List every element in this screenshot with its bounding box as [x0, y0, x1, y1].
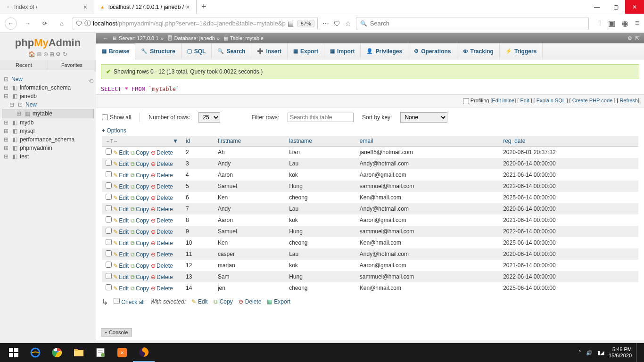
nav-back-button[interactable]: ←: [5, 17, 17, 30]
filter-input[interactable]: [288, 113, 354, 122]
top-tab-search[interactable]: 🔍Search: [212, 43, 251, 59]
top-tab-privileges[interactable]: 👤Privileges: [361, 43, 408, 59]
row-checkbox[interactable]: [106, 250, 112, 256]
row-checkbox[interactable]: [106, 194, 112, 200]
row-delete[interactable]: ⊖Delete: [151, 285, 173, 292]
row-copy[interactable]: ⧉Copy: [131, 217, 149, 224]
row-edit[interactable]: ✎Edit: [113, 229, 129, 235]
tree-db[interactable]: ⊞◧information_schema: [2, 83, 94, 92]
check-all-label[interactable]: Check all: [114, 298, 145, 305]
nav-left-icon[interactable]: ←: [103, 35, 108, 41]
gear-icon[interactable]: ⚙: [627, 35, 632, 41]
tree-db[interactable]: ⊞◧performance_schema: [2, 135, 94, 144]
tree-janedb-new[interactable]: ⊟⊡New: [2, 100, 94, 109]
row-copy[interactable]: ⧉Copy: [131, 149, 149, 156]
row-copy[interactable]: ⧉Copy: [131, 183, 149, 190]
row-checkbox[interactable]: [106, 239, 112, 245]
row-checkbox[interactable]: [106, 216, 112, 222]
row-copy[interactable]: ⧉Copy: [131, 285, 149, 292]
row-checkbox[interactable]: [106, 284, 112, 290]
tray-network-icon[interactable]: ▮◢: [597, 350, 604, 356]
col-email[interactable]: email: [356, 136, 499, 147]
new-tab-button[interactable]: +: [197, 0, 211, 14]
collapse-icon[interactable]: ⟲: [88, 77, 94, 85]
row-copy[interactable]: ⧉Copy: [131, 263, 149, 269]
row-edit[interactable]: ✎Edit: [113, 274, 129, 280]
row-delete[interactable]: ⊖Delete: [151, 172, 173, 179]
row-delete[interactable]: ⊖Delete: [151, 206, 173, 213]
row-delete[interactable]: ⊖Delete: [151, 263, 173, 269]
row-checkbox[interactable]: [106, 148, 112, 155]
tray-volume-icon[interactable]: 🔊: [586, 350, 593, 356]
browser-tab-0[interactable]: ▫ Index of / ×: [0, 0, 94, 14]
bulk-copy[interactable]: ⧉Copy: [214, 298, 233, 305]
start-button[interactable]: [3, 343, 25, 362]
zoom-indicator[interactable]: 87%: [297, 20, 314, 27]
menu-icon[interactable]: ≡: [635, 19, 639, 28]
row-copy[interactable]: ⧉Copy: [131, 172, 149, 179]
browser-tab-1[interactable]: ▲ localhost / 127.0.0.1 / janedb / ×: [94, 0, 197, 14]
row-delete[interactable]: ⊖Delete: [151, 274, 173, 280]
row-checkbox[interactable]: [106, 182, 112, 189]
top-tab-import[interactable]: ▦Import: [324, 43, 361, 59]
ie-icon[interactable]: [25, 343, 46, 362]
tree-mytable[interactable]: ⊞▦mytable: [2, 109, 94, 118]
library-icon[interactable]: ⫴: [598, 19, 602, 28]
pma-shortcut-icons[interactable]: 🏠 ✉ ⊙ ⊞ ⚙ ↻: [0, 51, 96, 60]
explain-link[interactable]: Explain SQL: [537, 98, 565, 103]
row-checkbox[interactable]: [106, 205, 112, 211]
row-delete[interactable]: ⊖Delete: [151, 195, 173, 201]
row-delete[interactable]: ⊖Delete: [151, 149, 173, 156]
row-edit[interactable]: ✎Edit: [113, 161, 129, 167]
show-all-label[interactable]: Show all: [102, 114, 131, 121]
browser-search-input[interactable]: [370, 20, 585, 27]
row-checkbox[interactable]: [106, 228, 112, 234]
account-icon[interactable]: ◉: [622, 19, 628, 28]
protection-icon[interactable]: 🛡: [334, 20, 340, 27]
profiling-checkbox[interactable]: [463, 98, 469, 104]
row-edit[interactable]: ✎Edit: [113, 240, 129, 247]
check-all-checkbox[interactable]: [114, 298, 120, 304]
bulk-delete[interactable]: ⊖Delete: [239, 298, 262, 305]
row-delete[interactable]: ⊖Delete: [151, 251, 173, 258]
bc-server[interactable]: Server: 127.0.0.1: [119, 35, 158, 41]
nav-home-button[interactable]: ⌂: [56, 17, 68, 30]
row-edit[interactable]: ✎Edit: [113, 206, 129, 213]
row-copy[interactable]: ⧉Copy: [131, 240, 149, 247]
show-all-checkbox[interactable]: [102, 114, 108, 120]
row-edit[interactable]: ✎Edit: [113, 251, 129, 258]
url-bar[interactable]: 🛡 ⓘ localhost/phpmyadmin/sql.php?server=…: [73, 17, 318, 30]
row-copy[interactable]: ⧉Copy: [131, 229, 149, 235]
num-rows-select[interactable]: 25: [198, 112, 220, 123]
reader-icon[interactable]: ▤: [288, 20, 294, 27]
row-delete[interactable]: ⊖Delete: [151, 229, 173, 235]
row-edit[interactable]: ✎Edit: [113, 195, 129, 201]
col-id[interactable]: id: [182, 136, 214, 147]
nav-reload-button[interactable]: ⟳: [39, 17, 51, 30]
tray-chevron-icon[interactable]: ˄: [578, 350, 581, 356]
row-checkbox[interactable]: [106, 160, 112, 166]
col-lastname[interactable]: lastname: [285, 136, 356, 147]
row-delete[interactable]: ⊖Delete: [151, 183, 173, 190]
top-tab-structure[interactable]: 🔧Structure: [135, 43, 181, 59]
col-regdate[interactable]: reg_date: [499, 136, 638, 147]
tab-close-icon[interactable]: ×: [184, 3, 191, 11]
row-copy[interactable]: ⧉Copy: [131, 161, 149, 167]
top-tab-operations[interactable]: ⚙Operations: [408, 43, 457, 59]
tree-new[interactable]: ⊡New: [2, 75, 94, 83]
explorer-icon[interactable]: [68, 343, 90, 362]
tree-db[interactable]: ⊞◧mydb: [2, 118, 94, 127]
row-delete[interactable]: ⊖Delete: [151, 161, 173, 167]
recent-tab[interactable]: Recent: [0, 60, 48, 70]
row-edit[interactable]: ✎Edit: [113, 285, 129, 292]
system-tray[interactable]: ˄ 🔊 ▮◢ 5:46 PM 15/6/2020: [578, 343, 641, 362]
tree-db[interactable]: ⊞◧mysql: [2, 127, 94, 135]
row-delete[interactable]: ⊖Delete: [151, 240, 173, 247]
top-tab-sql[interactable]: ▢SQL: [182, 43, 212, 59]
firefox-icon[interactable]: [133, 343, 155, 362]
top-tab-browse[interactable]: ▦Browse: [96, 43, 135, 59]
nav-forward-button[interactable]: →: [22, 17, 34, 30]
top-tab-triggers[interactable]: ⚡Triggers: [500, 43, 543, 59]
notepad-icon[interactable]: [90, 343, 111, 362]
top-tab-insert[interactable]: ➕Insert: [251, 43, 288, 59]
